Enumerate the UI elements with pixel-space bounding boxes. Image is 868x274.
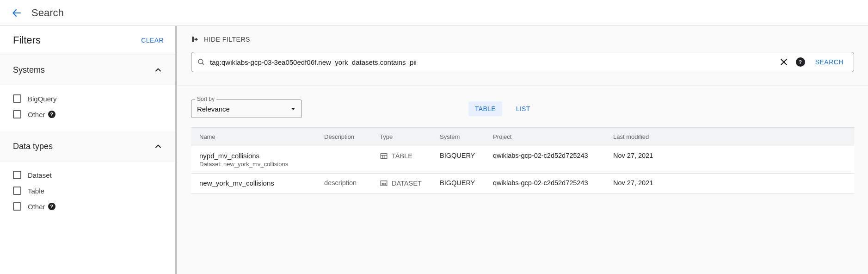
cell-system: BIGQUERY	[440, 152, 493, 159]
cell-name: new_york_mv_collisions	[199, 179, 324, 187]
svg-rect-7	[381, 154, 387, 159]
checkbox[interactable]	[13, 110, 21, 118]
cell-type: DATASET	[380, 179, 440, 187]
filters-title: Filters	[13, 34, 41, 46]
svg-line-3	[202, 63, 204, 65]
col-header-system: System	[440, 133, 493, 140]
row-name: new_york_mv_collisions	[199, 179, 324, 187]
search-button[interactable]: SEARCH	[809, 58, 850, 66]
chevron-up-icon	[153, 64, 164, 75]
col-header-last-modified: Last modified	[613, 133, 687, 140]
type-text: DATASET	[392, 180, 422, 187]
filter-section-systems[interactable]: Systems	[0, 55, 177, 85]
filter-option-systems-other[interactable]: Other ?	[13, 106, 164, 122]
svg-rect-1	[192, 37, 194, 42]
clear-search-button[interactable]	[776, 54, 792, 70]
filter-option-dataset[interactable]: Dataset	[13, 167, 164, 183]
back-button[interactable]	[7, 4, 26, 22]
checkbox[interactable]	[13, 171, 21, 179]
page-title: Search	[31, 7, 64, 19]
checkbox[interactable]	[13, 202, 21, 211]
clear-filters-button[interactable]: CLEAR	[141, 37, 164, 44]
chevron-up-icon	[153, 141, 164, 152]
sort-by-value: Relevance	[191, 105, 285, 113]
cell-project: qwiklabs-gcp-02-c2d52d725243	[493, 152, 613, 159]
filter-option-label: Other	[28, 111, 45, 118]
cell-last-modified: Nov 27, 2021	[613, 152, 687, 159]
collapse-panel-icon	[191, 35, 199, 44]
filter-options-systems: BigQuery Other ?	[0, 85, 177, 131]
checkbox[interactable]	[13, 94, 21, 103]
help-icon[interactable]: ?	[48, 203, 55, 210]
checkbox[interactable]	[13, 187, 21, 195]
row-subtitle: Dataset: new_york_mv_collisions	[199, 161, 324, 168]
filter-option-label: Other	[28, 203, 45, 211]
filter-option-label: BigQuery	[28, 95, 57, 103]
hide-filters-label: HIDE FILTERS	[204, 36, 250, 43]
row-name: nypd_mv_collisions	[199, 152, 324, 160]
filters-header: Filters CLEAR	[0, 26, 177, 55]
cell-system: BIGQUERY	[440, 179, 493, 187]
sort-by-label: Sort by	[195, 96, 216, 102]
layout: Filters CLEAR Systems BigQuery Other ? D…	[0, 26, 868, 274]
filter-option-table[interactable]: Table	[13, 183, 164, 199]
filter-options-datatypes: Dataset Table Other ?	[0, 162, 177, 224]
help-icon[interactable]: ?	[796, 57, 805, 67]
filter-option-bigquery[interactable]: BigQuery	[13, 91, 164, 106]
svg-marker-6	[291, 108, 295, 110]
filter-section-data-types[interactable]: Data types	[0, 131, 177, 162]
cell-description: description	[324, 179, 380, 187]
cell-name: nypd_mv_collisions Dataset: new_york_mv_…	[199, 152, 324, 168]
hide-filters-button[interactable]: HIDE FILTERS	[191, 35, 250, 44]
cell-project: qwiklabs-gcp-02-c2d52d725243	[493, 179, 613, 187]
filter-section-title: Data types	[13, 142, 53, 151]
dataset-icon	[380, 179, 388, 187]
results-controls: Sort by Relevance TABLE LIST	[177, 86, 868, 127]
scrollbar[interactable]	[174, 26, 177, 274]
col-header-project: Project	[493, 133, 613, 140]
view-list-button[interactable]: LIST	[510, 101, 537, 116]
col-header-type: Type	[380, 133, 440, 140]
filter-option-datatypes-other[interactable]: Other ?	[13, 199, 164, 214]
search-input[interactable]	[209, 58, 776, 67]
filter-option-label: Table	[28, 187, 44, 195]
results-table: Name Description Type System Project Las…	[191, 127, 854, 193]
svg-point-14	[385, 184, 386, 185]
chevron-down-icon	[285, 106, 302, 112]
col-header-description: Description	[324, 133, 380, 140]
search-icon	[197, 58, 205, 66]
svg-point-12	[382, 184, 383, 185]
view-toggle: TABLE LIST	[468, 101, 537, 116]
cell-last-modified: Nov 27, 2021	[613, 179, 687, 187]
search-bar: ? SEARCH	[191, 52, 854, 72]
table-icon	[380, 152, 388, 160]
main: HIDE FILTERS ? SEARCH Sort by Relevance	[177, 26, 868, 274]
close-icon	[779, 57, 788, 67]
svg-point-13	[383, 184, 384, 185]
cell-type: TABLE	[380, 152, 440, 160]
help-icon[interactable]: ?	[48, 111, 55, 118]
filter-section-title: Systems	[13, 65, 45, 75]
top-bar: Search	[0, 0, 868, 26]
sort-by-select[interactable]: Sort by Relevance	[191, 100, 302, 118]
main-top: HIDE FILTERS ? SEARCH	[177, 26, 868, 86]
filter-option-label: Dataset	[28, 171, 52, 179]
type-text: TABLE	[392, 152, 412, 160]
table-row[interactable]: nypd_mv_collisions Dataset: new_york_mv_…	[191, 146, 854, 174]
view-table-button[interactable]: TABLE	[468, 101, 502, 116]
table-row[interactable]: new_york_mv_collisions description DATAS…	[191, 174, 854, 193]
col-header-name: Name	[199, 133, 324, 140]
sidebar: Filters CLEAR Systems BigQuery Other ? D…	[0, 26, 177, 274]
table-header: Name Description Type System Project Las…	[191, 127, 854, 146]
svg-point-2	[198, 59, 203, 64]
arrow-left-icon	[11, 7, 22, 19]
